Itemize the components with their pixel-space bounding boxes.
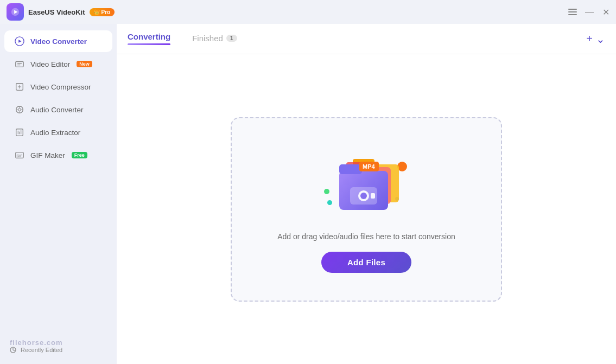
tabs: Converting Finished 1 [128,32,237,46]
sidebar-item-video-converter[interactable]: Video Converter [4,30,112,52]
gif-maker-icon: GIF [14,150,25,161]
new-badge: New [77,61,92,67]
video-converter-icon [14,36,25,47]
video-editor-icon [14,59,25,69]
sidebar-bottom: filehorse.com Recently Edited [0,334,117,357]
converting-label-row: Converting [128,32,170,41]
video-compressor-icon [14,81,25,92]
app-name: EaseUS VideoKit [28,8,85,16]
minimize-button[interactable]: — [586,8,593,16]
add-files-button[interactable]: Add Files [321,252,411,273]
drop-zone[interactable]: MP4 Add or drag [231,117,502,302]
tab-converting[interactable]: Converting [128,32,170,46]
sidebar-label-audio-converter: Audio Converter [30,106,84,114]
svg-rect-22 [371,193,375,199]
title-bar-controls: — ✕ [568,8,609,16]
converting-tab-label: Converting [128,32,170,41]
sidebar-label-gif-maker: GIF Maker [30,151,65,159]
drop-instruction: Add or drag video/audio files here to st… [277,232,455,241]
recently-edited-label: Recently Edited [21,347,62,353]
sidebar-label-audio-extractor: Audio Extractor [30,129,80,137]
tab-finished[interactable]: Finished 1 [192,34,237,44]
sidebar-item-video-editor[interactable]: Video Editor New [4,53,112,75]
finished-count-badge: 1 [226,35,237,42]
title-bar: EaseUS VideoKit Pro — ✕ [0,0,616,24]
close-button[interactable]: ✕ [602,8,609,16]
svg-rect-16 [339,164,362,174]
sidebar-item-video-compressor[interactable]: Video Compressor [4,76,112,98]
sidebar-label-video-converter: Video Converter [30,37,87,46]
app-logo [7,3,24,21]
recently-edited: Recently Edited [10,347,107,353]
svg-point-21 [360,193,367,199]
folder-illustration: MP4 [323,145,410,221]
add-tab-icon[interactable]: + [586,33,593,45]
drop-zone-container: MP4 Add or drag [117,54,616,364]
tab-bar-actions[interactable]: + ⌄ [586,33,605,46]
title-bar-left: EaseUS VideoKit Pro [7,3,115,21]
content-area: Converting Finished 1 + ⌄ [117,24,616,364]
sidebar: Video Converter Video Editor New [0,24,117,364]
sidebar-item-audio-converter[interactable]: Audio Converter [4,99,112,120]
svg-text:MP4: MP4 [363,163,376,170]
sidebar-item-gif-maker[interactable]: GIF GIF Maker Free [4,144,112,166]
dot-green [324,189,329,194]
free-badge: Free [72,152,87,158]
finished-tab-label: Finished [192,34,223,43]
converting-tab-underline [128,43,170,45]
filehorse-watermark: filehorse.com [10,339,107,347]
svg-text:GIF: GIF [17,154,23,158]
main-layout: Video Converter Video Editor New [0,24,616,364]
sidebar-label-video-compressor: Video Compressor [30,83,91,91]
svg-point-6 [18,108,21,111]
finished-label-row: Finished 1 [192,34,237,43]
tab-bar: Converting Finished 1 + ⌄ [117,24,616,54]
sidebar-label-video-editor: Video Editor [30,60,70,68]
audio-extractor-icon [14,127,25,138]
sidebar-item-audio-extractor[interactable]: Audio Extractor [4,122,112,143]
sidebar-nav: Video Converter Video Editor New [0,30,117,166]
audio-converter-icon [14,104,25,115]
svg-rect-3 [16,62,23,67]
menu-icon[interactable] [568,9,577,15]
pro-badge: Pro [90,8,115,16]
chevron-down-icon[interactable]: ⌄ [596,33,605,46]
